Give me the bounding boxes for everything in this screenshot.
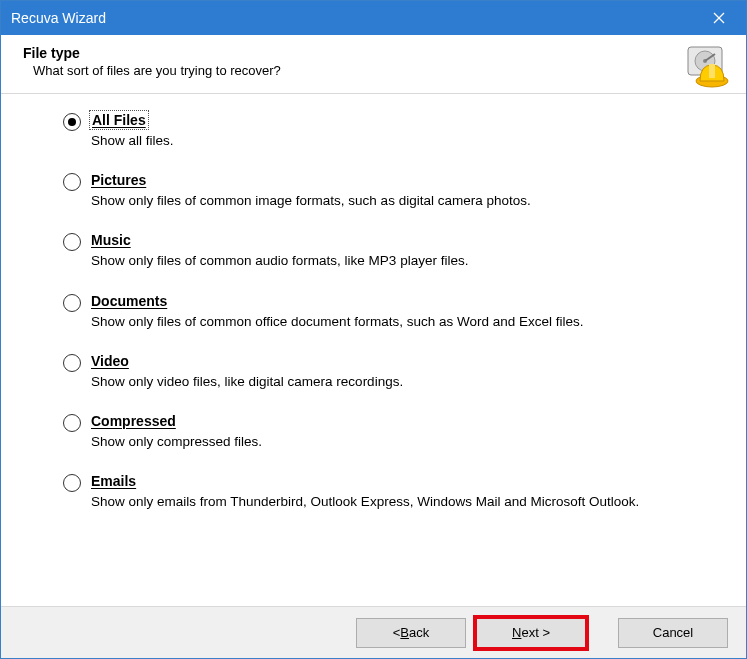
close-button[interactable] [696,3,742,33]
option-video[interactable]: Video Show only video files, like digita… [63,353,706,391]
label-compressed: Compressed [91,413,176,429]
option-pictures[interactable]: Pictures Show only files of common image… [63,172,706,210]
option-music[interactable]: Music Show only files of common audio fo… [63,232,706,270]
header-text: File type What sort of files are you try… [23,45,682,78]
desc-documents: Show only files of common office documen… [91,313,706,331]
cancel-button[interactable]: Cancel [618,618,728,648]
radio-all-files[interactable] [63,113,81,131]
svg-rect-7 [709,64,715,78]
radio-emails[interactable] [63,474,81,492]
page-title: File type [23,45,682,61]
option-emails[interactable]: Emails Show only emails from Thunderbird… [63,473,706,511]
wizard-icon [682,45,730,85]
wizard-window: Recuva Wizard File type What sort of fil… [0,0,747,659]
label-video: Video [91,353,129,369]
desc-emails: Show only emails from Thunderbird, Outlo… [91,493,706,511]
option-compressed[interactable]: Compressed Show only compressed files. [63,413,706,451]
wizard-footer: < Back Next > Cancel [1,606,746,658]
back-button[interactable]: < Back [356,618,466,648]
desc-video: Show only video files, like digital came… [91,373,706,391]
page-subtitle: What sort of files are you trying to rec… [33,63,682,78]
label-music: Music [91,232,131,248]
next-button[interactable]: Next > [476,618,586,648]
options-panel: All Files Show all files. Pictures Show … [1,94,746,606]
close-icon [713,12,725,24]
desc-music: Show only files of common audio formats,… [91,252,706,270]
radio-compressed[interactable] [63,414,81,432]
desc-compressed: Show only compressed files. [91,433,706,451]
label-documents: Documents [91,293,167,309]
titlebar: Recuva Wizard [1,1,746,35]
radio-pictures[interactable] [63,173,81,191]
radio-music[interactable] [63,233,81,251]
option-documents[interactable]: Documents Show only files of common offi… [63,293,706,331]
label-emails: Emails [91,473,136,489]
radio-video[interactable] [63,354,81,372]
radio-documents[interactable] [63,294,81,312]
label-pictures: Pictures [91,172,146,188]
wizard-header: File type What sort of files are you try… [1,35,746,94]
label-all-files: All Files [91,112,147,128]
option-all-files[interactable]: All Files Show all files. [63,112,706,150]
window-title: Recuva Wizard [11,10,696,26]
desc-all-files: Show all files. [91,132,706,150]
desc-pictures: Show only files of common image formats,… [91,192,706,210]
